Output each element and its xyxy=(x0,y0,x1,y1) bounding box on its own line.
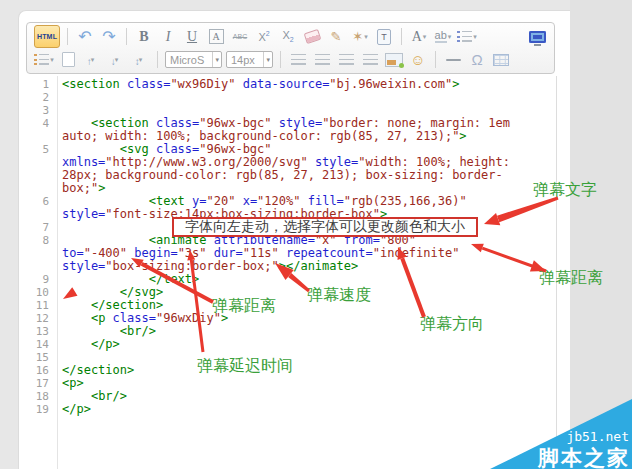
paste-text-icon[interactable]: T xyxy=(374,27,394,47)
format-painter-icon[interactable]: ✎ xyxy=(326,27,346,47)
unordered-list-icon[interactable]: ▾ xyxy=(34,50,54,70)
line-number: 9 xyxy=(28,273,49,286)
highlight-color-icon[interactable]: ab▾ xyxy=(433,27,453,47)
font-family-select[interactable]: MicroS▾ xyxy=(165,51,222,68)
ordered-list-icon[interactable]: ▾ xyxy=(457,27,477,47)
bold-icon[interactable]: B xyxy=(134,27,154,47)
line-number: 11 xyxy=(28,299,49,312)
toolbar-separator xyxy=(67,28,68,45)
line-number: 10 xyxy=(28,286,49,299)
redo-icon[interactable]: ↷ xyxy=(99,27,119,47)
line-number: 2 xyxy=(28,91,49,104)
new-doc-icon[interactable] xyxy=(58,50,78,70)
toolbar-separator xyxy=(157,51,158,68)
line-number: 15 xyxy=(28,351,49,364)
horizontal-rule-icon[interactable] xyxy=(443,50,463,70)
html-source-button[interactable]: HTML xyxy=(34,27,60,47)
toolbar-row-2: ▾↑▾↓▾↕▾MicroS▾14px▾☺Ω xyxy=(34,48,547,71)
auto-typeset-icon[interactable]: ✶▾ xyxy=(350,27,370,47)
line-number: 12 xyxy=(28,312,49,325)
special-char-icon[interactable]: Ω xyxy=(467,50,487,70)
page-gray-margin xyxy=(570,0,632,469)
code-line: 28px; background-color: rgb(85, 27, 213)… xyxy=(28,169,556,182)
line-number: 4 xyxy=(28,117,49,130)
code-line: 19</p> xyxy=(28,403,556,416)
font-color-icon[interactable]: A▾ xyxy=(409,27,429,47)
align-center-icon[interactable] xyxy=(312,50,332,70)
superscript-icon[interactable]: X2 xyxy=(254,27,274,47)
code-line: 2 xyxy=(28,91,556,104)
eraser-icon[interactable] xyxy=(302,27,322,47)
line-number: 5 xyxy=(28,143,49,156)
italic-icon[interactable]: I xyxy=(158,27,178,47)
line-number: 19 xyxy=(28,403,49,416)
insert-table-icon[interactable] xyxy=(491,50,511,70)
insert-image-icon[interactable] xyxy=(384,50,404,70)
align-right-icon[interactable] xyxy=(336,50,356,70)
line-number: 6 xyxy=(28,195,49,208)
toolbar-row-1: HTML↶↷BIUAABCX2X2✎✶▾TA▾ab▾▾ xyxy=(34,25,547,48)
toolbar-separator xyxy=(126,28,127,45)
subscript-icon[interactable]: X2 xyxy=(278,27,298,47)
line-number: 14 xyxy=(28,338,49,351)
line-number: 18 xyxy=(28,390,49,403)
underline-icon[interactable]: U xyxy=(182,27,202,47)
toolbar-separator xyxy=(401,28,402,45)
font-border-icon[interactable]: A xyxy=(206,27,226,47)
toolbar-separator xyxy=(280,51,281,68)
code-line: 14 </p> xyxy=(28,338,556,351)
line-number: 3 xyxy=(28,104,49,117)
line-height-icon[interactable]: ↕▾ xyxy=(130,50,150,70)
label-danmaku-distance-right: 弹幕距离 xyxy=(539,268,603,289)
fullscreen-icon[interactable] xyxy=(527,27,547,47)
align-justify-icon[interactable] xyxy=(360,50,380,70)
paragraph-spacing-bottom-icon[interactable]: ↓▾ xyxy=(106,50,126,70)
undo-icon[interactable]: ↶ xyxy=(75,27,95,47)
code-line: 18 <br/> xyxy=(28,390,556,403)
toolbar-separator xyxy=(435,51,436,68)
code-line: 1<section class="wx96Diy" data-source="b… xyxy=(28,78,556,91)
line-number: 13 xyxy=(28,325,49,338)
line-number: 7 xyxy=(28,221,49,234)
strikethrough-icon[interactable]: ABC xyxy=(230,27,250,47)
line-number: 16 xyxy=(28,364,49,377)
emoji-icon[interactable]: ☺ xyxy=(408,50,428,70)
label-danmaku-text: 弹幕文字 xyxy=(533,180,597,201)
line-number: 1 xyxy=(28,78,49,91)
label-danmaku-delay: 弹幕延迟时间 xyxy=(197,356,293,377)
align-left-icon[interactable] xyxy=(288,50,308,70)
editor-toolbar: HTML↶↷BIUAABCX2X2✎✶▾TA▾ab▾▾ ▾↑▾↓▾↕▾Micro… xyxy=(26,22,555,74)
label-danmaku-distance-mid: 弹幕距离 xyxy=(212,296,276,317)
line-number: 8 xyxy=(28,234,49,247)
line-number: 17 xyxy=(28,377,49,390)
paragraph-spacing-top-icon[interactable]: ↑▾ xyxy=(82,50,102,70)
font-size-select[interactable]: 14px▾ xyxy=(226,51,273,68)
html-source-view[interactable]: 1<section class="wx96Diy" data-source="b… xyxy=(28,76,557,469)
label-danmaku-direction: 弹幕方向 xyxy=(420,314,484,335)
code-tooltip: 字体向左走动，选择字体可以更改颜色和大小 xyxy=(172,217,478,237)
label-danmaku-speed: 弹幕速度 xyxy=(307,285,371,306)
